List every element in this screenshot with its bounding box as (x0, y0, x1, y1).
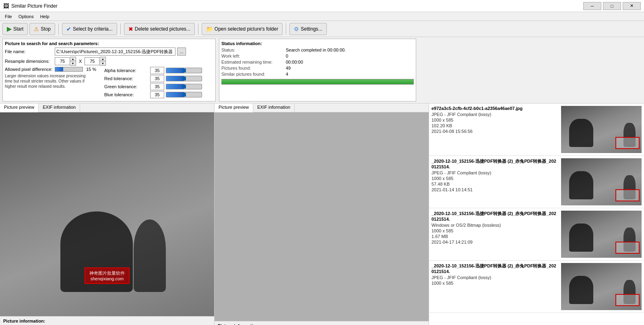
red-fill (166, 76, 184, 81)
alpha-slider[interactable] (166, 68, 202, 73)
status-row-similar: Similar pictures found: 4 (221, 72, 414, 77)
result-meta-2: _2020-12-10_152156-迅捷PDF转换器 (2)_赤兔PDF转换器… (431, 211, 558, 245)
blue-label: Blue tolerance: (104, 92, 149, 97)
browse-button[interactable]: ... (177, 48, 186, 56)
result-format-1: JPEG - JFIF Compliant (lossy) (431, 170, 558, 175)
app-icon: 🖼 (3, 3, 9, 9)
resample-w-up[interactable]: ▲ (70, 57, 76, 61)
result-filename-2: _2020-12-10_152156-迅捷PDF转换器 (2)_赤兔PDF转换器… (431, 211, 558, 221)
result-filename-0: e972a3c5-2cfb-4cf2-b0c1-a2356a46ae07.jpg (431, 106, 558, 111)
blue-input[interactable] (150, 91, 164, 98)
title-bar: 🖼 Similar Picture Finder ─ □ ✕ (0, 0, 644, 12)
content-section: Picture preview EXIF information 神奇图片批量软… (0, 104, 644, 325)
toolbar-sep-3 (198, 23, 198, 35)
blue-row: Blue tolerance: (104, 91, 202, 98)
resample-label: Resample dimensions: (5, 59, 53, 64)
pixel-diff-row: Allowed pixel difference: 15 % (5, 67, 96, 72)
minimize-button[interactable]: ─ (583, 2, 601, 10)
delete-icon: ✖ (128, 26, 133, 32)
tolerance-area: Allowed pixel difference: 15 % Larger di… (5, 67, 213, 99)
open-folder-button[interactable]: 📁 Open selected picture's folder (202, 23, 283, 35)
status-status-value: Search completed in 00:00:00. (286, 48, 346, 52)
top-section: Picture to search for and search paramet… (0, 37, 644, 104)
result-filename-3: _2020-12-10_152156-迅捷PDF转换器 (2)_赤兔PDF转换器… (431, 263, 558, 274)
green-input[interactable] (150, 83, 164, 90)
figure-silhouette-2 (134, 219, 166, 292)
folder-icon: 📁 (206, 26, 213, 32)
settings-button[interactable]: ⚙ Settings... (289, 23, 326, 35)
resample-h-input[interactable] (85, 57, 100, 65)
select-criteria-button[interactable]: ✔ Select by criteria... (62, 23, 117, 35)
result-date-0: 2021-04-08 15:56:56 (431, 129, 558, 134)
red-slider[interactable] (166, 76, 202, 81)
resample-h-spinbuttons: ▲ ▼ (100, 57, 106, 66)
resample-h-down[interactable]: ▼ (100, 61, 105, 65)
result-item-2[interactable]: _2020-12-10_152156-迅捷PDF转换器 (2)_赤兔PDF转换器… (429, 208, 644, 261)
delete-selected-button[interactable]: ✖ Delete selected pictures... (124, 23, 195, 35)
resample-x-sep: X (79, 59, 82, 64)
stop-button[interactable]: ⚠ Stop (29, 23, 55, 35)
pixel-diff-slider[interactable] (55, 67, 83, 72)
middle-preview-panel: Picture preview EXIF information Picture… (215, 104, 429, 325)
toolbar-sep-1 (58, 23, 59, 35)
middle-preview-tabs: Picture preview EXIF information (215, 104, 429, 112)
status-row-work: Work left: 0 (221, 54, 414, 58)
left-image-bg: 神奇图片批量软件 shenqixiang.com (0, 112, 214, 316)
result-filesize-2: 1.67 MB (431, 234, 558, 239)
menu-file[interactable]: File (2, 13, 15, 20)
left-tab-exif[interactable]: EXIF information (39, 104, 80, 112)
blue-fill (166, 92, 184, 97)
toolbar-sep-4 (286, 23, 286, 35)
blue-slider[interactable] (166, 92, 202, 97)
menu-bar: File Options Help (0, 12, 644, 21)
result-item-1[interactable]: _2020-12-10_152156-迅捷PDF转换器 (2)_赤兔PDF转换器… (429, 156, 644, 208)
watermark-overlay: 神奇图片批量软件 shenqixiang.com (85, 267, 130, 284)
result-thumb-3 (561, 263, 642, 310)
left-preview-image-area: 神奇图片批量软件 shenqixiang.com (0, 112, 214, 316)
hint-text: Larger dimension values increase process… (5, 73, 93, 89)
result-thumb-1 (561, 158, 642, 205)
menu-options[interactable]: Options (15, 13, 37, 20)
result-item-0[interactable]: e972a3c5-2cfb-4cf2-b0c1-a2356a46ae07.jpg… (429, 104, 644, 156)
close-button[interactable]: ✕ (623, 2, 641, 10)
thumb2-figure-1 (569, 171, 593, 199)
filename-input[interactable] (55, 48, 175, 56)
middle-tab-exif[interactable]: EXIF information (253, 104, 295, 112)
alpha-label: Alpha tolerance: (104, 68, 149, 73)
results-panel[interactable]: e972a3c5-2cfb-4cf2-b0c1-a2356a46ae07.jpg… (429, 104, 644, 325)
middle-preview-image-area (215, 112, 429, 321)
alpha-thumb (182, 68, 186, 72)
result-dimensions-3: 1000 x 585 (431, 281, 558, 286)
menu-help[interactable]: Help (37, 13, 53, 20)
delete-label: Delete selected pictures... (135, 26, 190, 32)
middle-tab-preview[interactable]: Picture preview (215, 104, 253, 112)
resample-w-down[interactable]: ▼ (70, 61, 76, 65)
status-row-estimated: Estimated remaining time: 00:00:00 (221, 60, 414, 64)
start-button[interactable]: ▶ Start (2, 23, 28, 35)
result-item-3[interactable]: _2020-12-10_152156-迅捷PDF转换器 (2)_赤兔PDF转换器… (429, 261, 644, 313)
red-label: Red tolerance: (104, 76, 149, 81)
red-thumb (182, 77, 186, 81)
alpha-input[interactable] (150, 67, 164, 74)
maximize-button[interactable]: □ (603, 2, 621, 10)
status-work-value: 0 (286, 54, 288, 58)
status-row-found: Pictures found: 49 (221, 66, 414, 70)
resample-row: Resample dimensions: ▲ ▼ X ▲ ▼ (5, 57, 213, 66)
middle-picture-info: Picture information: File name: ... Fold… (215, 321, 429, 325)
status-estimated-label: Estimated remaining time: (221, 60, 286, 64)
resample-w-input[interactable] (55, 57, 70, 65)
search-params-title: Picture to search for and search paramet… (5, 41, 213, 46)
middle-info-title: Picture information: (218, 323, 425, 325)
resample-h-up[interactable]: ▲ (100, 57, 105, 61)
status-panel: Status information: Status: Search compl… (219, 39, 416, 101)
result-filename-1: _2020-12-10_152156-迅捷PDF转换器 (2)_赤兔PDF转换器… (431, 158, 558, 169)
red-input[interactable] (150, 75, 164, 82)
search-params-panel: Picture to search for and search paramet… (2, 39, 216, 101)
result-dimensions-0: 1000 x 585 (431, 118, 558, 122)
red-row: Red tolerance: (104, 75, 202, 82)
left-tab-preview[interactable]: Picture preview (0, 104, 39, 112)
left-preview-tabs: Picture preview EXIF information (0, 104, 214, 112)
toolbar: ▶ Start ⚠ Stop ✔ Select by criteria... ✖… (0, 21, 644, 37)
green-slider[interactable] (166, 84, 202, 89)
watermark-line2: shenqixiang.com (89, 276, 125, 281)
